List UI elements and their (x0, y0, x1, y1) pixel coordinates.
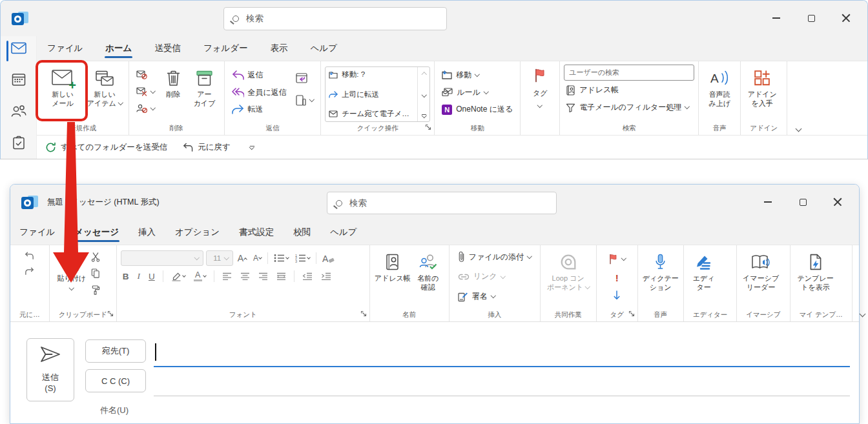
quick-step-move[interactable]: 移動: ? (329, 70, 414, 79)
dialog-launcher-icon[interactable] (107, 310, 114, 318)
tab-message[interactable]: メッセージ (72, 220, 121, 245)
ignore-button[interactable] (134, 66, 157, 83)
tab-send-receive[interactable]: 送受信 (152, 36, 183, 61)
shrink-font-button[interactable]: A (251, 250, 264, 266)
numbering-button[interactable]: 123 (293, 250, 312, 266)
filter-email-button[interactable]: 電子メールのフィルター処理 (564, 99, 690, 116)
cc-button[interactable]: C C (C) (85, 369, 146, 392)
dialog-launcher-icon[interactable] (360, 310, 367, 318)
font-size-combo[interactable]: 11 (206, 250, 233, 266)
tab-file[interactable]: ファイル (45, 36, 85, 61)
tab-view[interactable]: 表示 (269, 36, 290, 61)
block-sender-button[interactable] (134, 100, 157, 117)
calendar-module-icon[interactable] (12, 72, 26, 89)
decrease-indent-button[interactable] (300, 268, 315, 284)
format-painter-icon[interactable] (91, 285, 100, 298)
undo-icon[interactable] (25, 251, 34, 263)
view-templates-button[interactable]: テンプレー トを表示 (794, 247, 837, 292)
get-addins-button[interactable]: アドイン を入手 (745, 63, 780, 108)
underline-button[interactable]: U (147, 268, 157, 284)
tab-options[interactable]: オプション (173, 220, 222, 245)
close-button[interactable] (820, 185, 855, 219)
quick-steps-scroll-down[interactable] (421, 92, 426, 97)
copy-icon[interactable] (91, 268, 100, 281)
attach-file-button[interactable]: ファイルの添付 (456, 248, 533, 266)
distribute-button[interactable] (274, 268, 288, 284)
font-color-button[interactable]: A (192, 268, 208, 284)
read-aloud-button[interactable]: A 音声読 み上げ (703, 63, 736, 108)
tags-button[interactable]: タグ (524, 63, 555, 135)
align-left-button[interactable] (220, 268, 234, 284)
dialog-launcher-icon[interactable] (425, 124, 431, 132)
collapse-ribbon-chevron-icon[interactable] (796, 126, 802, 132)
bullets-button[interactable] (272, 250, 291, 266)
low-importance-icon[interactable] (613, 290, 621, 303)
clear-formatting-button[interactable]: A (320, 250, 336, 266)
junk-button[interactable] (134, 83, 157, 100)
reply-button[interactable]: 返信 (230, 66, 289, 84)
search-box[interactable]: 検索 (327, 192, 557, 214)
dialog-launcher-icon[interactable] (628, 310, 635, 318)
delete-button[interactable]: 削除 (158, 63, 189, 99)
tab-folder[interactable]: フォルダー (202, 36, 250, 61)
to-button[interactable]: 宛先(T) (85, 339, 146, 363)
editor-button[interactable]: エディ ター (688, 247, 720, 292)
search-box[interactable]: 検索 (223, 7, 447, 30)
send-button[interactable]: 送信(S) (26, 338, 74, 401)
send-receive-all-button[interactable]: すべてのフォルダーを送受信 (45, 142, 167, 153)
collapse-ribbon-chevron-icon[interactable] (859, 311, 865, 318)
loop-component-button[interactable]: Loop コン ポーネント (544, 247, 592, 292)
maximize-button[interactable] (794, 1, 829, 35)
align-center-button[interactable] (238, 268, 252, 284)
mail-module-icon[interactable] (11, 42, 26, 57)
align-right-button[interactable] (256, 268, 270, 284)
cc-field-underline[interactable] (154, 396, 850, 396)
increase-indent-button[interactable] (319, 268, 333, 284)
search-people-input[interactable]: ユーザーの検索 (564, 65, 694, 81)
tab-review[interactable]: 校閲 (291, 220, 313, 245)
high-importance-icon[interactable]: ! (615, 272, 619, 283)
link-button[interactable]: リンク (456, 268, 533, 285)
italic-button[interactable]: I (135, 268, 142, 284)
tab-help[interactable]: ヘルプ (309, 36, 339, 61)
redo-icon[interactable] (25, 267, 34, 278)
follow-up-flag-button[interactable] (606, 252, 628, 266)
tab-help[interactable]: ヘルプ (328, 220, 358, 245)
address-book-button[interactable]: アドレス帳 (564, 81, 621, 99)
quick-step-forward-to-manager[interactable]: 上司に転送 (329, 90, 414, 99)
dictate-button[interactable]: ディクテー ション (642, 247, 679, 292)
people-module-icon[interactable] (11, 105, 26, 120)
tab-format-text[interactable]: 書式設定 (237, 220, 276, 245)
minimize-button[interactable] (750, 185, 785, 219)
bold-button[interactable]: B (121, 268, 131, 284)
to-field-underline[interactable] (154, 366, 850, 367)
reply-all-button[interactable]: 全員に返信 (230, 84, 289, 101)
undo-button[interactable]: 元に戻す (183, 142, 231, 153)
rules-button[interactable]: ルール (440, 84, 515, 101)
quick-steps-more[interactable] (422, 114, 426, 117)
highlight-button[interactable] (169, 268, 187, 284)
im-reply-button[interactable] (294, 92, 316, 109)
qat-overflow-button[interactable] (250, 146, 254, 149)
quick-step-team-email[interactable]: チーム宛て電子メ… (329, 109, 414, 119)
grow-font-button[interactable]: A (236, 250, 249, 266)
font-name-combo[interactable] (121, 250, 203, 266)
cut-icon[interactable] (91, 252, 100, 265)
new-items-button[interactable]: 新しい アイテム (85, 63, 125, 108)
forward-button[interactable]: 転送 (230, 101, 289, 118)
meeting-reply-button[interactable] (294, 69, 316, 86)
immersive-reader-button[interactable]: イマーシブ リーダー (741, 247, 781, 292)
minimize-button[interactable] (759, 1, 794, 35)
tab-file[interactable]: ファイル (17, 220, 57, 245)
maximize-button[interactable] (785, 185, 820, 219)
signature-button[interactable]: 署名 (456, 288, 533, 305)
address-book-button[interactable]: アドレス帳 (374, 247, 411, 283)
onenote-button[interactable]: NOneNote に送る (440, 101, 515, 118)
tasks-module-icon[interactable] (12, 136, 25, 152)
quick-steps-scroll-up[interactable] (421, 72, 426, 77)
move-button[interactable]: 移動 (440, 66, 515, 84)
archive-button[interactable]: アー カイブ (189, 63, 220, 108)
check-names-button[interactable]: 名前の 確認 (411, 247, 445, 292)
tab-insert[interactable]: 挿入 (136, 220, 158, 245)
tab-home[interactable]: ホーム (103, 36, 134, 61)
